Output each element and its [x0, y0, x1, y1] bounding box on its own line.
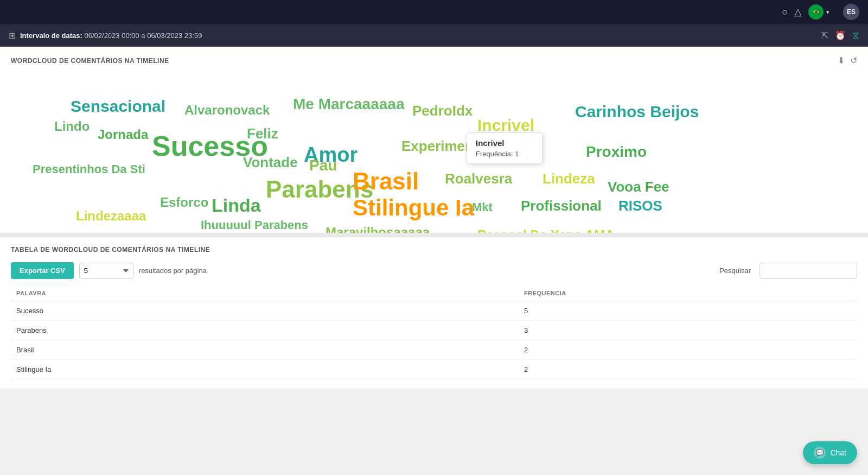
word-vontade[interactable]: Vontade	[243, 154, 298, 171]
table-controls: Exportar CSV 5 10 25 50 resultados por p…	[11, 262, 857, 279]
table-row: Sucesso 5	[11, 301, 857, 321]
schedule-icon[interactable]: ⏰	[835, 30, 846, 41]
word-mkt[interactable]: Mkt	[472, 200, 493, 214]
main-content: WORDCLOUD DE COMENTÁRIOS NA TIMELINE ⬇ ↺…	[0, 47, 868, 233]
search-label: Pesquisar	[719, 267, 751, 275]
col-frequencia: FREQUENCIA	[519, 286, 857, 301]
flag-brazil[interactable]: 🇧🇷	[808, 4, 824, 20]
word-presentinhos-da-sti[interactable]: Presentinhos Da Sti	[33, 162, 145, 176]
word-proximo[interactable]: Proximo	[586, 143, 647, 161]
cell-frequencia: 2	[519, 360, 857, 379]
word-alvaronovack[interactable]: Alvaronovack	[184, 103, 270, 118]
word-esforco[interactable]: Esforco	[160, 195, 208, 210]
cell-palavra: Brasil	[11, 340, 519, 360]
top-bar: ○ △ 🇧🇷 ES	[0, 0, 868, 24]
download-icon[interactable]: ⬇	[838, 55, 845, 66]
date-bar-actions: ⇱ ⏰ ⧖	[821, 30, 859, 41]
cell-palavra: Parabens	[11, 321, 519, 340]
cell-palavra: Sucesso	[11, 301, 519, 321]
refresh-icon[interactable]: ↺	[850, 55, 857, 66]
col-palavra: PALAVRA	[11, 286, 519, 301]
word-linda[interactable]: Linda	[212, 195, 261, 216]
word-brasil[interactable]: Brasil	[353, 168, 419, 195]
wordcloud-header: WORDCLOUD DE COMENTÁRIOS NA TIMELINE ⬇ ↺	[0, 47, 868, 70]
word-tooltip: Incrivel Frequência: 1	[467, 132, 542, 164]
cell-frequencia: 3	[519, 321, 857, 340]
table-row: Brasil 2	[11, 340, 857, 360]
word-risos[interactable]: RISOS	[618, 198, 662, 214]
export-csv-button[interactable]: Exportar CSV	[11, 262, 74, 279]
tooltip-word: Incrivel	[476, 138, 533, 148]
word-feliz[interactable]: Feliz	[247, 125, 278, 142]
table-title: TABELA DE WORDCLOUD DE COMENTÁRIOS NA TI…	[11, 246, 857, 254]
date-range-label: Intervalo de datas: 06/02/2023 00:00 a 0…	[20, 31, 202, 40]
word-vooa-fee[interactable]: Vooa Fee	[608, 179, 669, 195]
word-ihuuuuul-parabens[interactable]: Ihuuuuul Parabens	[201, 218, 308, 232]
table-row: Stilingue Ia 2	[11, 360, 857, 379]
word-lindeza[interactable]: Lindeza	[542, 170, 595, 187]
word-carinhos-beijos[interactable]: Carinhos Beijos	[575, 103, 699, 121]
table-header-row: PALAVRA FREQUENCIA	[11, 286, 857, 301]
filter-icon[interactable]: ⧖	[852, 30, 859, 41]
clock-icon[interactable]: △	[794, 6, 802, 18]
share-icon[interactable]: ⇱	[821, 30, 828, 41]
section-divider	[0, 233, 868, 237]
word-stilingue-ia[interactable]: Stilingue Ia	[353, 195, 474, 221]
word-roalvesra[interactable]: Roalvesra	[445, 170, 512, 187]
word-jornada[interactable]: Jornada	[98, 127, 148, 142]
word-lindo[interactable]: Lindo	[54, 119, 90, 134]
wordcloud-visualization: SucessoParabensBrasilStilingue IaSensaci…	[0, 70, 868, 233]
wordcloud-actions: ⬇ ↺	[838, 55, 857, 66]
date-bar: ⊞ Intervalo de datas: 06/02/2023 00:00 a…	[0, 24, 868, 47]
search-icon[interactable]: ○	[782, 7, 788, 18]
cell-frequencia: 5	[519, 301, 857, 321]
user-initials: ES	[847, 8, 856, 16]
user-avatar[interactable]: ES	[843, 4, 859, 20]
word-me-marcaaaaaa[interactable]: Me Marcaaaaaa	[293, 96, 404, 113]
search-input[interactable]	[760, 263, 857, 278]
table-section: TABELA DE WORDCLOUD DE COMENTÁRIOS NA TI…	[0, 237, 868, 388]
word-pau[interactable]: Pau	[309, 157, 337, 174]
word-pedroidx[interactable]: PedroIdx	[412, 103, 473, 119]
table-row: Parabens 3	[11, 321, 857, 340]
word-incrivel[interactable]: Incrivel	[477, 116, 534, 135]
rows-per-page-select[interactable]: 5 10 25 50	[79, 263, 133, 278]
data-table: PALAVRA FREQUENCIA Sucesso 5 Parabens 3 …	[11, 286, 857, 379]
flag-label: 🇧🇷	[812, 8, 820, 16]
cell-palavra: Stilingue Ia	[11, 360, 519, 379]
word-sensacional[interactable]: Sensacional	[71, 97, 165, 116]
word-pessoal-da-xepa-ama[interactable]: Pessoal Da Xepa AMA	[477, 227, 615, 233]
wordcloud-title: WORDCLOUD DE COMENTÁRIOS NA TIMELINE	[11, 57, 169, 65]
calendar-icon: ⊞	[9, 30, 16, 41]
word-maravilhosaaaaa[interactable]: Maravilhosaaaaa	[326, 225, 430, 233]
word-lindezaaaa[interactable]: Lindezaaaa	[76, 208, 146, 224]
word-profissional[interactable]: Profissional	[521, 198, 602, 214]
results-per-page-label: resultados por página	[139, 267, 207, 275]
cell-frequencia: 2	[519, 340, 857, 360]
tooltip-frequency: Frequência: 1	[476, 150, 533, 158]
